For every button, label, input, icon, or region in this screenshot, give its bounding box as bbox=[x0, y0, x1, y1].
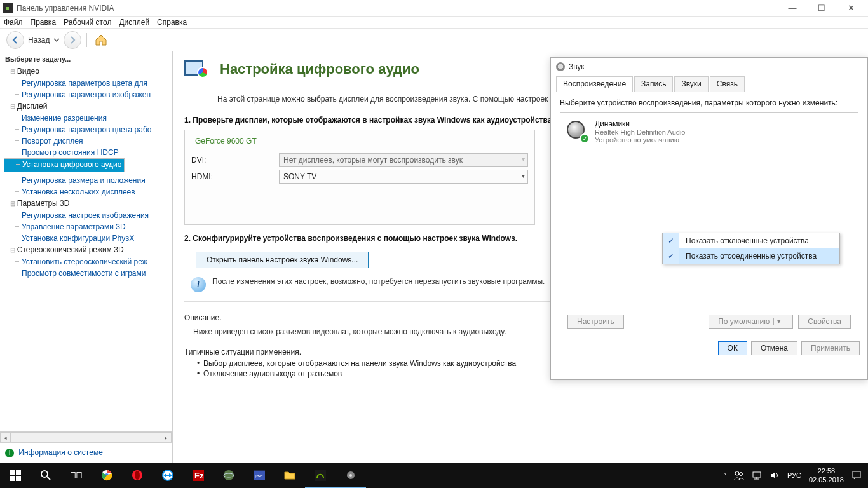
menu-desktop[interactable]: Рабочий стол bbox=[64, 18, 111, 27]
playback-device-list[interactable]: ✓ Динамики Realtek High Definition Audio… bbox=[560, 112, 858, 309]
sound-dialog-title: Звук bbox=[569, 62, 585, 71]
svg-rect-7 bbox=[77, 473, 81, 478]
ctx-show-disabled[interactable]: ✓ Показать отключенные устройства bbox=[663, 233, 839, 248]
info-icon: i bbox=[191, 277, 206, 292]
network-icon[interactable] bbox=[752, 470, 762, 480]
window-close-button[interactable]: ✕ bbox=[836, 0, 865, 17]
tree-item[interactable]: Регулировка параметров цвета рабо bbox=[4, 124, 172, 135]
system-info-footer: i Информация о системе bbox=[0, 442, 172, 463]
taskbar-nvidia[interactable] bbox=[305, 463, 336, 488]
start-button[interactable] bbox=[0, 463, 31, 488]
tree-item[interactable]: Управление параметрами 3D bbox=[4, 221, 172, 233]
tree-item[interactable]: Поворот дисплея bbox=[4, 135, 172, 147]
tree-item[interactable]: Установка нескольких дисплеев bbox=[4, 186, 172, 198]
chevron-down-icon: ▾ bbox=[522, 156, 525, 163]
arrow-right-icon bbox=[68, 36, 77, 44]
tab-playback[interactable]: Воспроизведение bbox=[556, 76, 633, 92]
tree-item[interactable]: Регулировка параметров цвета для bbox=[4, 78, 172, 89]
check-icon: ✓ bbox=[663, 248, 679, 264]
taskbar-pse[interactable]: pse bbox=[244, 463, 275, 488]
windows-taskbar: Fz pse ˄ РУС 22:58 02.05.2018 bbox=[0, 463, 868, 488]
svg-point-26 bbox=[739, 473, 742, 476]
taskbar-explorer[interactable] bbox=[275, 463, 305, 488]
task-tree-header: Выберите задачу... bbox=[0, 51, 172, 65]
scroll-left-icon[interactable]: ◂ bbox=[0, 432, 11, 443]
taskbar-sound-dialog[interactable] bbox=[336, 463, 366, 488]
nav-home-button[interactable] bbox=[92, 31, 110, 49]
taskbar-app-green[interactable] bbox=[214, 463, 244, 488]
clock[interactable]: 22:58 02.05.2018 bbox=[809, 466, 844, 484]
sphere-icon bbox=[223, 470, 234, 481]
hdmi-select-value: SONY TV bbox=[283, 172, 316, 181]
tree-group-3d[interactable]: Параметры 3D bbox=[4, 198, 172, 210]
tree-horizontal-scrollbar[interactable]: ◂ ▸ bbox=[0, 431, 172, 442]
chevron-down-icon: ▾ bbox=[522, 172, 525, 179]
chevron-down-icon[interactable] bbox=[53, 37, 60, 43]
taskbar-filezilla[interactable]: Fz bbox=[183, 463, 214, 488]
ctx-show-disconnected[interactable]: ✓ Показать отсоединенные устройства bbox=[663, 248, 839, 264]
cancel-button[interactable]: Отмена bbox=[751, 341, 797, 355]
tree-item[interactable]: Просмотр совместимости с играми bbox=[4, 268, 172, 279]
svg-point-4 bbox=[41, 471, 48, 477]
gpu-card-name: GeForce 9600 GT bbox=[191, 134, 528, 151]
nav-forward-button[interactable] bbox=[64, 31, 81, 49]
menu-display[interactable]: Дисплей bbox=[119, 18, 149, 27]
sound-tabs: Воспроизведение Запись Звуки Связь bbox=[551, 76, 867, 92]
open-windows-sound-button[interactable]: Открыть панель настроек звука Windows... bbox=[196, 252, 369, 268]
people-icon[interactable] bbox=[734, 470, 744, 480]
tab-recording[interactable]: Запись bbox=[634, 76, 673, 92]
arrow-left-icon bbox=[11, 36, 20, 44]
taskbar-opera[interactable] bbox=[122, 463, 153, 488]
menu-file[interactable]: Файл bbox=[4, 18, 23, 27]
notifications-icon[interactable] bbox=[851, 470, 862, 480]
svg-rect-15 bbox=[166, 475, 170, 476]
ok-button[interactable]: ОК bbox=[718, 341, 747, 355]
tree-item[interactable]: Просмотр состояния HDCP bbox=[4, 147, 172, 158]
svg-point-18 bbox=[224, 470, 234, 480]
taskbar-chrome[interactable] bbox=[92, 463, 122, 488]
tree-item[interactable]: Регулировка настроек изображения bbox=[4, 210, 172, 221]
window-minimize-button[interactable]: — bbox=[778, 0, 807, 17]
search-button[interactable] bbox=[31, 463, 61, 488]
tab-sounds[interactable]: Звуки bbox=[674, 76, 708, 92]
menu-edit[interactable]: Правка bbox=[31, 18, 57, 27]
svg-line-5 bbox=[47, 477, 50, 480]
volume-icon[interactable] bbox=[770, 470, 780, 480]
speaker-small-icon bbox=[345, 470, 356, 481]
tree-group-stereo[interactable]: Стереоскопический режим 3D bbox=[4, 244, 172, 256]
sound-instruction: Выберите устройство воспроизведения, пар… bbox=[560, 98, 858, 107]
check-icon: ✓ bbox=[580, 133, 590, 144]
tray-overflow-button[interactable]: ˄ bbox=[723, 472, 726, 479]
svg-point-12 bbox=[135, 471, 140, 480]
playback-device-item[interactable]: ✓ Динамики Realtek High Definition Audio… bbox=[564, 117, 854, 146]
speaker-icon bbox=[556, 62, 565, 71]
language-indicator[interactable]: РУС bbox=[787, 471, 801, 479]
tab-communications[interactable]: Связь bbox=[710, 76, 745, 92]
tree-item[interactable]: Регулировка размера и положения bbox=[4, 175, 172, 186]
nav-back-label: Назад bbox=[28, 36, 50, 44]
tree-group-video[interactable]: Видео bbox=[4, 65, 172, 78]
device-status: Устройство по умолчанию bbox=[595, 136, 685, 144]
taskview-button[interactable] bbox=[61, 463, 92, 488]
nvidia-icon bbox=[315, 470, 326, 481]
scroll-right-icon[interactable]: ▸ bbox=[161, 432, 172, 443]
svg-rect-22 bbox=[315, 470, 326, 481]
taskbar-teamviewer[interactable] bbox=[153, 463, 183, 488]
opera-icon bbox=[132, 470, 143, 481]
hdmi-select[interactable]: SONY TV ▾ bbox=[279, 170, 528, 184]
tree-item-selected[interactable]: Установка цифрового аудио bbox=[4, 158, 125, 172]
sound-dialog-titlebar: Звук bbox=[551, 58, 867, 76]
tree-item[interactable]: Изменение разрешения bbox=[4, 112, 172, 124]
tree-item[interactable]: Установка конфигурации PhysX bbox=[4, 233, 172, 244]
nav-back-button[interactable] bbox=[6, 31, 24, 49]
dvi-select: Нет дисплеев, которые могут воспроизводи… bbox=[279, 153, 528, 167]
svg-text:Fz: Fz bbox=[194, 471, 204, 480]
tree-item[interactable]: Регулировка параметров изображен bbox=[4, 89, 172, 100]
system-info-link[interactable]: Информация о системе bbox=[18, 448, 102, 457]
window-maximize-button[interactable]: ☐ bbox=[807, 0, 836, 17]
tree-group-display[interactable]: Дисплей bbox=[4, 100, 172, 112]
info-text: После изменения этих настроек, возможно,… bbox=[212, 277, 545, 286]
filezilla-icon: Fz bbox=[193, 470, 204, 481]
tree-item[interactable]: Установить стереоскопический реж bbox=[4, 256, 172, 268]
menu-help[interactable]: Справка bbox=[157, 18, 187, 27]
